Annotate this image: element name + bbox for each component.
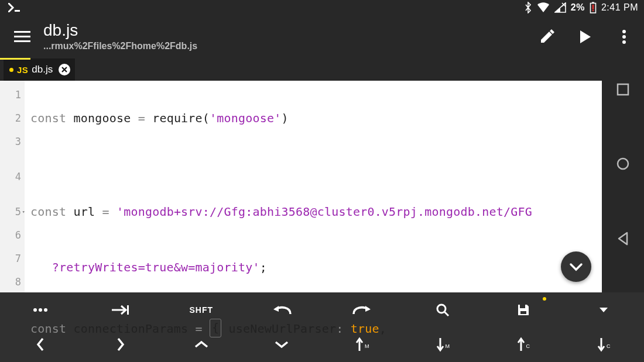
extra-undo-button[interactable] — [242, 292, 323, 327]
nav-back-icon[interactable] — [616, 232, 629, 248]
close-tab-button[interactable] — [59, 64, 70, 75]
extra-down-button[interactable] — [242, 327, 323, 363]
signal-icon — [554, 2, 566, 13]
system-nav — [602, 81, 644, 292]
appbar-title: db.js — [43, 22, 197, 40]
svg-point-17 — [437, 305, 446, 313]
extra-more-button[interactable] — [0, 292, 81, 327]
js-badge: JS — [17, 65, 28, 75]
battery-pct: 2% — [571, 2, 585, 13]
svg-rect-19 — [520, 311, 526, 314]
svg-rect-11 — [618, 84, 628, 95]
extra-tab-button[interactable] — [81, 292, 162, 327]
clock: 2:41 PM — [601, 2, 638, 13]
hamburger-menu-icon[interactable] — [9, 24, 35, 50]
tab-row: JS db.js — [0, 58, 644, 81]
extra-shift-button[interactable]: SHFT — [161, 292, 242, 327]
extra-move-down-button[interactable]: M — [403, 327, 484, 363]
svg-rect-7 — [14, 40, 30, 42]
svg-point-13 — [33, 308, 37, 312]
battery-icon — [590, 2, 597, 13]
appbar: db.js ...rmux%2Ffiles%2Fhome%2Fdb.js — [0, 15, 644, 58]
extra-redo-button[interactable] — [322, 292, 403, 327]
nav-recents-icon[interactable] — [616, 83, 629, 98]
code-editor[interactable]: 1 2 3 4 5 6 7 8 const mongoose = require… — [0, 81, 602, 292]
bluetooth-icon — [524, 2, 532, 13]
line-gutter: 1 2 3 4 5 6 7 8 — [0, 81, 25, 292]
svg-rect-16 — [127, 305, 129, 315]
svg-rect-18 — [520, 305, 525, 308]
code-content[interactable]: const mongoose = require('mongoose') con… — [25, 81, 602, 292]
extra-copy-down-button[interactable]: C — [564, 327, 645, 363]
collapse-keyboard-button[interactable] — [561, 251, 591, 282]
extra-save-button[interactable] — [483, 292, 564, 327]
appbar-subtitle: ...rmux%2Ffiles%2Fhome%2Fdb.js — [43, 41, 197, 51]
extra-copy-up-button[interactable]: C — [483, 327, 564, 363]
svg-rect-0 — [15, 10, 20, 12]
play-button[interactable] — [573, 24, 598, 50]
statusbar: 2% 2:41 PM — [0, 0, 644, 15]
nav-home-icon[interactable] — [616, 157, 630, 173]
extra-search-button[interactable] — [403, 292, 484, 327]
svg-point-4 — [592, 10, 594, 12]
modified-dot-icon — [9, 68, 13, 72]
svg-point-9 — [622, 35, 626, 39]
extra-keys-bar: SHFT M M C C — [0, 292, 644, 362]
svg-rect-6 — [14, 36, 30, 37]
extra-dropdown-button[interactable] — [564, 292, 645, 327]
extra-move-up-button[interactable]: M — [322, 327, 403, 363]
edit-button[interactable] — [534, 24, 560, 50]
svg-point-15 — [44, 308, 47, 312]
tab-indicator — [0, 58, 30, 60]
terminal-prompt-icon — [8, 3, 22, 12]
extra-up-button[interactable] — [161, 327, 242, 363]
tab-filename: db.js — [32, 64, 53, 75]
svg-rect-5 — [14, 31, 30, 33]
svg-point-12 — [618, 158, 628, 169]
extra-left-button[interactable] — [0, 327, 81, 363]
file-tab[interactable]: JS db.js — [4, 58, 75, 81]
svg-point-8 — [622, 30, 626, 33]
overflow-menu-button[interactable] — [611, 24, 637, 50]
unsaved-dot-icon — [543, 297, 546, 301]
svg-rect-2 — [592, 2, 594, 4]
extra-right-button[interactable] — [81, 327, 162, 363]
svg-point-10 — [622, 40, 626, 44]
svg-point-14 — [39, 308, 42, 312]
wifi-icon — [537, 2, 550, 13]
svg-rect-3 — [592, 5, 594, 9]
